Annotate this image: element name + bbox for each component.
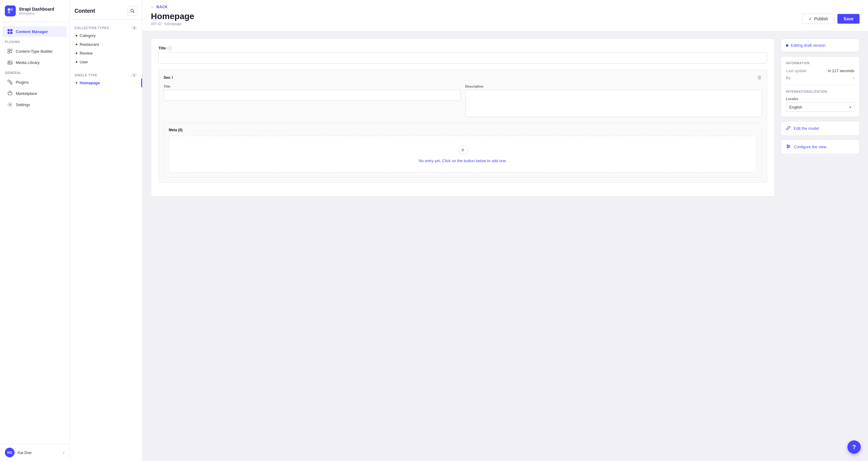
by-key: By [786,75,790,80]
svg-rect-14 [8,80,10,82]
add-meta-button[interactable]: + [458,145,468,155]
draft-text: Editing draft version [791,43,826,48]
back-label: BACK [157,5,168,9]
collection-item-user[interactable]: User [70,58,142,66]
sidebar-item-marketplace[interactable]: Marketplace [2,88,67,99]
collection-item-category[interactable]: Category [70,31,142,40]
left-panel-content: Collection Types 4 Category Restaurant R… [70,20,142,461]
header-actions: ✓ Publish Save [802,13,860,24]
sidebar-item-settings[interactable]: Settings [2,99,67,110]
sidebar-item-label: Plugins [16,80,29,85]
seo-description-label: Description [465,85,762,88]
single-type-label: Single Type [74,74,97,77]
builder-icon [7,49,13,54]
configure-view-button[interactable]: Configure the view [781,140,860,154]
collection-item-homepage[interactable]: Homepage [70,79,142,87]
svg-point-23 [788,146,789,147]
single-type-header: Single Type 1 [70,71,142,79]
avatar: KD [5,448,14,457]
collection-item-wrap-restaurant: Restaurant [70,40,142,49]
last-update-row: Last update in 117 seconds [786,68,855,73]
by-value: - [853,75,855,80]
collection-item-restaurant[interactable]: Restaurant [70,40,142,49]
svg-rect-12 [8,61,12,64]
information-section-title: Information [786,62,855,65]
marketplace-icon [7,91,13,96]
by-row: By - [786,75,855,80]
svg-rect-5 [7,32,10,34]
publish-button[interactable]: ✓ Publish [802,13,834,24]
last-update-key: Last update [786,68,806,73]
svg-rect-4 [10,29,12,31]
collapse-sidebar-button[interactable]: ‹ [63,450,65,455]
locales-select[interactable]: English French German [786,102,855,112]
seo-description-input[interactable] [465,90,762,117]
title-info-icon[interactable]: i [167,46,172,50]
meta-label: Meta (0) [169,128,757,132]
sidebar-item-label: Marketplace [16,91,37,96]
dot-icon [76,35,77,36]
search-button[interactable] [128,6,137,16]
left-panel: Content Collection Types 4 Category Rest… [70,0,143,461]
sidebar-item-content-manager[interactable]: Content Manager [2,26,67,37]
main-content: ← BACK Homepage API ID : homepage ✓ Publ… [143,0,868,461]
user-name: Kai Doe [18,451,60,455]
grid-icon [7,29,13,34]
collection-item-label: Review [80,51,93,56]
plugins-section-label: Plugins [0,37,69,45]
svg-rect-7 [8,49,10,51]
brand-text: Strapi Dashboard Workplace [19,7,54,15]
seo-title-label: Title [164,85,461,88]
svg-rect-3 [7,29,10,31]
settings-icon [7,102,13,107]
form-card: Title i Seo i 🗑 [151,38,775,196]
seo-title-input[interactable] [164,90,461,101]
left-panel-title: Content [74,8,95,14]
edit-model-button[interactable]: Edit the model [781,121,860,135]
svg-point-24 [787,147,788,148]
sidebar-item-plugins[interactable]: Plugins [2,77,67,88]
collection-item-label: Homepage [80,81,100,85]
check-icon: ✓ [809,17,812,21]
main-body: Title i Seo i 🗑 [143,31,868,461]
sidebar-item-media-library[interactable]: Media Library [2,57,67,68]
collection-item-wrap-review: Review [70,49,142,58]
dot-icon [76,53,77,54]
plugins-icon [7,80,13,85]
edit-model-icon [786,125,791,131]
seo-header: Seo i 🗑 [164,75,762,80]
sidebar-item-label: Media Library [16,60,40,65]
meta-empty-text: No entry yet. Click on the button below … [419,158,507,163]
brand: Strapi Dashboard Workplace [0,0,69,22]
help-button[interactable]: ? [847,440,861,454]
seo-label: Seo i [164,75,173,80]
svg-point-22 [787,145,788,146]
seo-info-icon[interactable]: i [172,75,173,80]
sidebar-item-label: Settings [16,102,30,107]
publish-label: Publish [814,17,828,21]
save-button[interactable]: Save [837,14,860,24]
seo-delete-icon[interactable]: 🗑 [757,75,762,80]
collection-item-label: Category [80,33,96,38]
active-indicator [141,79,142,87]
sidebar-nav: Content Manager Plugins Content-Type Bui… [0,22,69,444]
page-title-block: Homepage API ID : homepage [151,11,194,26]
configure-view-icon [786,144,791,150]
strapi-icon [5,5,16,17]
locales-label: Locales [786,97,855,101]
seo-description-field: Description [465,85,762,118]
sidebar-item-content-type-builder[interactable]: Content-Type Builder [2,46,67,57]
svg-rect-0 [8,8,10,10]
brand-subtitle: Workplace [19,11,54,15]
title-field-label: Title i [158,46,767,50]
collection-item-review[interactable]: Review [70,49,142,58]
back-link[interactable]: ← BACK [151,5,860,9]
collection-types-label: Collection Types [74,26,109,30]
collection-types-count: 4 [131,26,137,30]
title-input[interactable] [158,52,767,64]
edit-model-label: Edit the model [794,126,819,131]
right-panel: Editing draft version Information Last u… [781,38,860,454]
configure-view-label: Configure the view [794,145,827,149]
single-type-count: 1 [131,73,137,77]
meta-empty-area: + No entry yet. Click on the button belo… [169,136,757,173]
